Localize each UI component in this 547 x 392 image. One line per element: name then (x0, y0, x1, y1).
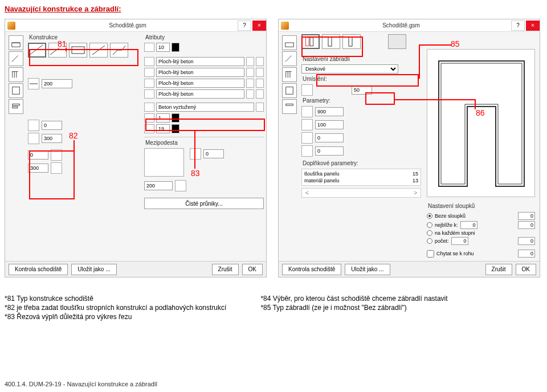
p4-input[interactable] (315, 146, 344, 156)
rail-part-2[interactable] (322, 34, 340, 49)
h3-input[interactable] (28, 150, 48, 160)
save-as-button[interactable]: Uložit jako ... (345, 264, 390, 275)
tab-railing[interactable] (282, 67, 297, 82)
mat1[interactable]: Ploch-litý beton (156, 57, 244, 66)
chytat-label: Chytat se k rohu (436, 251, 474, 256)
pen-color[interactable] (172, 124, 179, 133)
width-input[interactable] (42, 79, 72, 88)
corner-val[interactable] (518, 250, 535, 258)
mez-w[interactable] (144, 181, 173, 190)
ok-button[interactable]: OK (516, 264, 536, 275)
mat5[interactable]: Beton vyztužený (156, 103, 254, 112)
radio-count[interactable] (427, 238, 432, 244)
h1-input[interactable] (42, 121, 62, 130)
tab-symbol[interactable] (9, 83, 23, 98)
rail-type-select[interactable]: Deskové (301, 64, 398, 74)
close-button[interactable]: × (252, 21, 266, 31)
mat-chain[interactable] (246, 89, 254, 99)
r4-val[interactable] (451, 237, 468, 245)
surf-icon[interactable] (144, 79, 154, 88)
pen-icon[interactable] (144, 113, 154, 122)
callout-line (74, 140, 75, 152)
label-posts: Nastavení sloupků (428, 203, 535, 209)
h4-input[interactable] (28, 164, 48, 173)
h2-input[interactable] (42, 134, 62, 143)
tab-text[interactable] (282, 99, 297, 114)
help-button[interactable]: ? (238, 21, 251, 31)
window-title: Schodiště.gsm (19, 22, 236, 28)
callout-81: 81 (58, 39, 67, 48)
scroll-indicator[interactable]: <> (301, 188, 421, 198)
r2-val[interactable] (460, 221, 477, 229)
check-stair-button[interactable]: Kontrola schodiště (282, 264, 341, 275)
p1-input[interactable] (315, 107, 344, 116)
construction-type-5[interactable] (110, 43, 128, 58)
p-icon (301, 119, 313, 130)
radio-each-step[interactable] (427, 230, 432, 236)
chytat-checkbox[interactable] (427, 250, 434, 258)
app-icon (281, 22, 289, 30)
window-title: Schodiště.gsm (292, 22, 510, 28)
ok-button[interactable]: OK (242, 264, 263, 275)
surf-icon[interactable] (144, 57, 154, 66)
surf-icon[interactable] (144, 89, 154, 99)
rail-part-1[interactable] (301, 34, 320, 49)
svg-rect-19 (310, 38, 313, 46)
surf-icon[interactable] (144, 68, 154, 77)
pen-color[interactable] (172, 43, 179, 52)
rail-preview-icon[interactable] (388, 34, 406, 49)
note-81: *81 Typ konstrukce schodiště (5, 295, 226, 303)
post-v2[interactable] (518, 221, 535, 229)
radio-no-posts[interactable] (427, 213, 432, 219)
check-stair-button[interactable]: Kontrola schodiště (9, 264, 68, 275)
construction-type-1[interactable] (28, 43, 46, 58)
fill-icon[interactable] (144, 103, 154, 112)
dp1-val[interactable]: 15 (413, 171, 418, 177)
tab-structure[interactable] (9, 51, 23, 66)
mat-pick[interactable] (256, 57, 264, 66)
radio-nearest[interactable] (427, 222, 432, 228)
mat-pick[interactable] (256, 68, 264, 77)
dp2-val[interactable]: 13 (413, 178, 418, 183)
rail-part-3[interactable] (342, 34, 361, 49)
val19[interactable] (156, 124, 170, 133)
pen-icon[interactable] (144, 43, 154, 52)
mat-pick[interactable] (256, 103, 264, 112)
titlebar: Schodiště.gsm ? × (279, 19, 540, 32)
post-v1[interactable] (518, 212, 535, 220)
tab-geometry[interactable] (9, 35, 23, 50)
tab-structure[interactable] (282, 51, 297, 66)
h-icon (51, 149, 62, 161)
tab-symbol[interactable] (282, 83, 297, 98)
mat-chain[interactable] (246, 57, 254, 66)
callout-line (395, 99, 476, 100)
mat-chain[interactable] (246, 68, 254, 77)
save-as-button[interactable]: Uložit jako ... (71, 264, 116, 275)
p2-input[interactable] (315, 120, 344, 129)
pen-icon[interactable] (144, 124, 154, 133)
close-button[interactable]: × (526, 21, 540, 31)
mat3[interactable]: Ploch-litý beton (156, 79, 244, 88)
help-button[interactable]: ? (511, 21, 525, 31)
mat-chain[interactable] (246, 79, 254, 88)
mez-val[interactable] (203, 149, 224, 158)
p3-input[interactable] (315, 133, 344, 142)
post-v3[interactable] (518, 237, 535, 245)
tab-text[interactable] (9, 99, 23, 114)
cancel-button[interactable]: Zrušit (212, 264, 239, 275)
construction-type-3[interactable] (69, 43, 87, 58)
tab-railing[interactable] (9, 67, 23, 82)
umisteni-input[interactable] (352, 85, 372, 95)
pen-color[interactable] (172, 113, 179, 122)
cancel-button[interactable]: Zrušit (485, 264, 512, 275)
mat4[interactable]: Ploch-litý beton (156, 89, 244, 99)
construction-type-4[interactable] (89, 43, 108, 58)
ciste-button[interactable]: Čisté průniky... (144, 198, 264, 209)
r4-label: počet: (435, 238, 449, 244)
pen-num[interactable] (156, 43, 170, 52)
val1[interactable] (156, 113, 170, 122)
mat-pick[interactable] (256, 79, 264, 88)
tab-geometry[interactable] (282, 35, 297, 50)
mat-pick[interactable] (256, 89, 264, 99)
mat2[interactable]: Ploch-litý beton (156, 68, 244, 77)
